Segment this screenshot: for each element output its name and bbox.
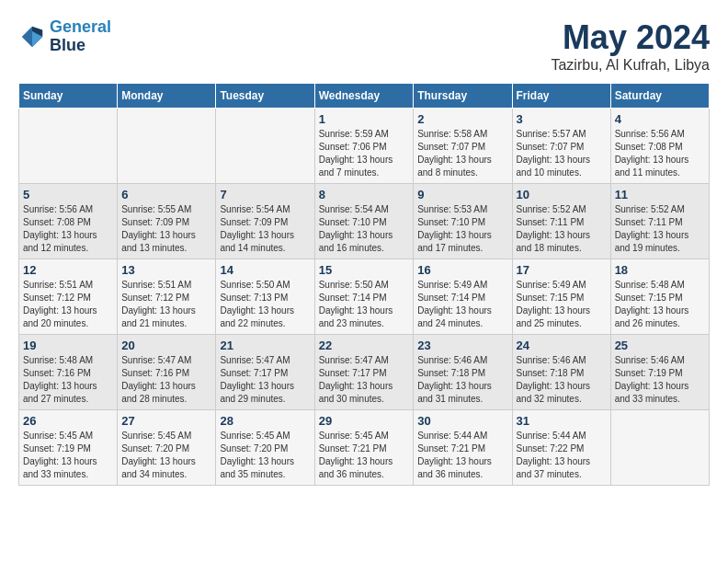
day-number: 29 (319, 414, 410, 428)
day-info: Sunrise: 5:47 AM Sunset: 7:17 PM Dayligh… (319, 354, 410, 406)
day-header-wednesday: Wednesday (314, 84, 414, 109)
calendar-cell: 30Sunrise: 5:44 AM Sunset: 7:21 PM Dayli… (414, 410, 512, 486)
calendar-cell: 19Sunrise: 5:48 AM Sunset: 7:16 PM Dayli… (19, 335, 118, 410)
calendar-cell: 12Sunrise: 5:51 AM Sunset: 7:12 PM Dayli… (19, 259, 118, 335)
day-info: Sunrise: 5:58 AM Sunset: 7:07 PM Dayligh… (417, 128, 507, 179)
day-header-sunday: Sunday (19, 84, 118, 109)
day-number: 18 (615, 263, 705, 277)
day-info: Sunrise: 5:57 AM Sunset: 7:07 PM Dayligh… (517, 128, 607, 179)
day-info: Sunrise: 5:47 AM Sunset: 7:16 PM Dayligh… (121, 354, 211, 406)
day-info: Sunrise: 5:50 AM Sunset: 7:13 PM Dayligh… (220, 279, 310, 330)
day-number: 5 (23, 188, 113, 201)
day-info: Sunrise: 5:50 AM Sunset: 7:14 PM Dayligh… (319, 279, 410, 330)
calendar-cell: 16Sunrise: 5:49 AM Sunset: 7:14 PM Dayli… (414, 259, 512, 335)
calendar-week-row: 26Sunrise: 5:45 AM Sunset: 7:19 PM Dayli… (19, 410, 710, 486)
calendar-cell: 9Sunrise: 5:53 AM Sunset: 7:10 PM Daylig… (414, 184, 512, 259)
calendar-cell: 2Sunrise: 5:58 AM Sunset: 7:07 PM Daylig… (414, 109, 512, 184)
day-header-saturday: Saturday (610, 84, 709, 109)
day-info: Sunrise: 5:47 AM Sunset: 7:17 PM Dayligh… (220, 354, 310, 406)
day-number: 4 (615, 112, 705, 126)
location: Tazirbu, Al Kufrah, Libya (551, 57, 710, 74)
calendar-header-row: SundayMondayTuesdayWednesdayThursdayFrid… (19, 84, 710, 109)
day-info: Sunrise: 5:56 AM Sunset: 7:08 PM Dayligh… (615, 128, 705, 179)
day-number: 7 (220, 188, 310, 201)
calendar-cell: 1Sunrise: 5:59 AM Sunset: 7:06 PM Daylig… (314, 109, 414, 184)
day-number: 11 (615, 188, 705, 201)
calendar-cell (118, 109, 216, 184)
day-number: 19 (23, 339, 113, 352)
calendar-cell: 20Sunrise: 5:47 AM Sunset: 7:16 PM Dayli… (118, 335, 216, 410)
calendar-cell: 29Sunrise: 5:45 AM Sunset: 7:21 PM Dayli… (314, 410, 414, 486)
day-header-thursday: Thursday (414, 84, 512, 109)
day-number: 26 (23, 414, 113, 428)
day-info: Sunrise: 5:49 AM Sunset: 7:14 PM Dayligh… (417, 279, 507, 330)
calendar-cell: 21Sunrise: 5:47 AM Sunset: 7:17 PM Dayli… (216, 335, 314, 410)
calendar-week-row: 5Sunrise: 5:56 AM Sunset: 7:08 PM Daylig… (19, 184, 710, 259)
day-info: Sunrise: 5:51 AM Sunset: 7:12 PM Dayligh… (121, 279, 211, 330)
day-number: 15 (319, 263, 410, 277)
calendar-cell: 25Sunrise: 5:46 AM Sunset: 7:19 PM Dayli… (610, 335, 709, 410)
calendar-cell: 10Sunrise: 5:52 AM Sunset: 7:11 PM Dayli… (512, 184, 610, 259)
calendar-cell: 4Sunrise: 5:56 AM Sunset: 7:08 PM Daylig… (610, 109, 709, 184)
day-info: Sunrise: 5:45 AM Sunset: 7:20 PM Dayligh… (121, 430, 211, 481)
calendar-cell: 14Sunrise: 5:50 AM Sunset: 7:13 PM Dayli… (216, 259, 314, 335)
day-number: 13 (121, 263, 211, 277)
day-info: Sunrise: 5:44 AM Sunset: 7:21 PM Dayligh… (417, 430, 507, 481)
calendar-cell: 3Sunrise: 5:57 AM Sunset: 7:07 PM Daylig… (512, 109, 610, 184)
calendar-week-row: 1Sunrise: 5:59 AM Sunset: 7:06 PM Daylig… (19, 109, 710, 184)
day-info: Sunrise: 5:45 AM Sunset: 7:21 PM Dayligh… (319, 430, 410, 481)
page-header: General Blue May 2024 Tazirbu, Al Kufrah… (18, 18, 710, 74)
calendar-week-row: 19Sunrise: 5:48 AM Sunset: 7:16 PM Dayli… (19, 335, 710, 410)
calendar-cell: 7Sunrise: 5:54 AM Sunset: 7:09 PM Daylig… (216, 184, 314, 259)
calendar-cell (610, 410, 709, 486)
day-info: Sunrise: 5:46 AM Sunset: 7:19 PM Dayligh… (615, 354, 705, 406)
day-header-friday: Friday (512, 84, 610, 109)
day-number: 24 (517, 339, 607, 352)
calendar-cell: 23Sunrise: 5:46 AM Sunset: 7:18 PM Dayli… (414, 335, 512, 410)
day-info: Sunrise: 5:53 AM Sunset: 7:10 PM Dayligh… (417, 203, 507, 255)
day-info: Sunrise: 5:49 AM Sunset: 7:15 PM Dayligh… (517, 279, 607, 330)
day-header-tuesday: Tuesday (216, 84, 314, 109)
day-number: 1 (319, 112, 410, 126)
day-info: Sunrise: 5:46 AM Sunset: 7:18 PM Dayligh… (517, 354, 607, 406)
day-number: 8 (319, 188, 410, 201)
month-title: May 2024 (551, 18, 710, 57)
day-number: 28 (220, 414, 310, 428)
calendar-cell: 15Sunrise: 5:50 AM Sunset: 7:14 PM Dayli… (314, 259, 414, 335)
day-info: Sunrise: 5:54 AM Sunset: 7:10 PM Dayligh… (319, 203, 410, 255)
calendar-cell: 8Sunrise: 5:54 AM Sunset: 7:10 PM Daylig… (314, 184, 414, 259)
logo-icon (18, 23, 46, 51)
calendar-cell: 5Sunrise: 5:56 AM Sunset: 7:08 PM Daylig… (19, 184, 118, 259)
calendar-cell: 31Sunrise: 5:44 AM Sunset: 7:22 PM Dayli… (512, 410, 610, 486)
logo-text: General Blue (50, 18, 111, 55)
day-info: Sunrise: 5:48 AM Sunset: 7:16 PM Dayligh… (23, 354, 113, 406)
day-number: 2 (417, 112, 507, 126)
calendar-cell: 13Sunrise: 5:51 AM Sunset: 7:12 PM Dayli… (118, 259, 216, 335)
calendar-cell: 6Sunrise: 5:55 AM Sunset: 7:09 PM Daylig… (118, 184, 216, 259)
day-info: Sunrise: 5:48 AM Sunset: 7:15 PM Dayligh… (615, 279, 705, 330)
day-number: 25 (615, 339, 705, 352)
day-number: 9 (417, 188, 507, 201)
title-area: May 2024 Tazirbu, Al Kufrah, Libya (551, 18, 710, 74)
day-info: Sunrise: 5:44 AM Sunset: 7:22 PM Dayligh… (517, 430, 607, 481)
day-info: Sunrise: 5:52 AM Sunset: 7:11 PM Dayligh… (517, 203, 607, 255)
day-number: 14 (220, 263, 310, 277)
day-header-monday: Monday (118, 84, 216, 109)
calendar-cell (216, 109, 314, 184)
logo: General Blue (18, 18, 111, 55)
day-number: 31 (517, 414, 607, 428)
day-number: 16 (417, 263, 507, 277)
day-number: 3 (517, 112, 607, 126)
day-info: Sunrise: 5:54 AM Sunset: 7:09 PM Dayligh… (220, 203, 310, 255)
day-number: 20 (121, 339, 211, 352)
calendar-cell: 28Sunrise: 5:45 AM Sunset: 7:20 PM Dayli… (216, 410, 314, 486)
day-info: Sunrise: 5:55 AM Sunset: 7:09 PM Dayligh… (121, 203, 211, 255)
day-number: 21 (220, 339, 310, 352)
day-info: Sunrise: 5:46 AM Sunset: 7:18 PM Dayligh… (417, 354, 507, 406)
day-number: 6 (121, 188, 211, 201)
calendar-cell: 24Sunrise: 5:46 AM Sunset: 7:18 PM Dayli… (512, 335, 610, 410)
calendar-table: SundayMondayTuesdayWednesdayThursdayFrid… (18, 83, 710, 486)
day-info: Sunrise: 5:52 AM Sunset: 7:11 PM Dayligh… (615, 203, 705, 255)
calendar-week-row: 12Sunrise: 5:51 AM Sunset: 7:12 PM Dayli… (19, 259, 710, 335)
day-number: 17 (517, 263, 607, 277)
